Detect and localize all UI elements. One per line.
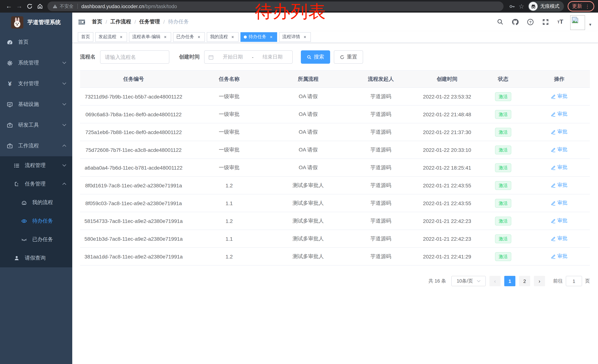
sidebar-item-process-mgmt[interactable]: 流程管理 — [0, 156, 72, 175]
page-button-1[interactable]: 1 — [504, 276, 515, 286]
security-warning-label: 不安全 — [60, 3, 74, 9]
tag-tab-2[interactable]: 流程表单-编辑× — [129, 32, 171, 42]
cell-process: OA 请假 — [271, 129, 345, 135]
tag-tab-4[interactable]: 我的流程× — [207, 32, 239, 42]
cell-initiator: 芋道源码 — [345, 218, 416, 224]
status-badge: 激活 — [495, 181, 511, 190]
sidebar-toggle-icon[interactable] — [78, 18, 86, 26]
calendar-icon — [208, 54, 214, 60]
browser-back-icon[interactable]: ← — [4, 1, 14, 11]
breadcrumb-home[interactable]: 首页 — [92, 18, 102, 25]
sidebar-item-system[interactable]: 系统管理 — [0, 53, 72, 73]
gear-icon — [7, 60, 13, 66]
date-range-picker[interactable]: 开始日期 - 结束日期 — [204, 50, 293, 64]
url-divider — [77, 4, 78, 9]
process-name-input-field[interactable] — [105, 54, 165, 60]
table-row: 580e1b3d-7ac8-11ec-a9e2-a2380e71991a1.1测… — [80, 230, 590, 248]
password-key-icon[interactable] — [509, 3, 515, 9]
tag-tab-3[interactable]: 已办任务× — [173, 32, 205, 42]
range-separator: - — [252, 54, 254, 60]
sidebar-item-task-mgmt[interactable]: 任务管理 — [0, 175, 72, 193]
dashboard-icon — [7, 39, 13, 45]
tag-tab-label: 流程表单-编辑 — [132, 34, 160, 40]
sidebar-item-workflow[interactable]: 工作流程 — [0, 136, 72, 156]
close-tab-icon[interactable]: × — [119, 34, 124, 40]
browser-home-icon[interactable] — [35, 1, 45, 11]
approve-link[interactable]: 审批 — [551, 93, 567, 100]
browser-forward-icon[interactable]: → — [14, 1, 25, 11]
next-page-button[interactable]: › — [534, 276, 545, 286]
cell-initiator: 芋道源码 — [345, 253, 416, 260]
browser-update-button[interactable]: 更新 ⋮ — [568, 1, 594, 11]
edit-pencil-icon — [551, 147, 556, 152]
page-size-select[interactable]: 10条/页 — [451, 276, 486, 286]
cell-task-name: 一级审批 — [187, 164, 271, 171]
sidebar-item-payment[interactable]: ¥ 支付管理 — [0, 73, 72, 94]
sidebar-item-infra[interactable]: 基础设施 — [0, 94, 72, 115]
security-warning[interactable]: 不安全 — [53, 3, 74, 9]
close-tab-icon[interactable]: × — [269, 34, 274, 40]
goto-page-input[interactable]: 1 — [566, 276, 582, 286]
tag-tab-0[interactable]: 首页 — [78, 32, 93, 42]
page-button-2[interactable]: 2 — [519, 276, 530, 286]
caret-down-icon[interactable]: ▼ — [588, 23, 592, 27]
tag-tab-1[interactable]: 发起流程× — [95, 32, 127, 42]
browser-reload-icon[interactable] — [25, 1, 35, 11]
approve-link[interactable]: 审批 — [551, 129, 567, 135]
start-date-placeholder[interactable]: 开始日期 — [217, 54, 249, 60]
cell-task-id: 069c6a63-7b8a-11ec-8ef0-acde48001122 — [80, 111, 187, 117]
approve-link[interactable]: 审批 — [551, 200, 567, 206]
sidebar-item-leave-query[interactable]: 请假查询 — [0, 249, 72, 267]
browser-menu-icon[interactable]: ⋮ — [585, 4, 590, 9]
column-header-status: 状态 — [478, 76, 529, 82]
fullscreen-icon[interactable] — [538, 13, 553, 31]
bookmark-star-icon[interactable]: ☆ — [519, 2, 524, 10]
font-size-icon[interactable]: TT — [553, 13, 567, 31]
sidebar-item-devtools[interactable]: 研发工具 — [0, 115, 72, 136]
close-tab-icon[interactable]: × — [196, 34, 201, 40]
approve-link[interactable]: 审批 — [551, 111, 567, 118]
chevron-down-icon — [62, 82, 66, 85]
sidebar-item-my-process[interactable]: 我的流程 — [0, 193, 72, 212]
approve-link[interactable]: 审批 — [551, 253, 567, 260]
sidebar-logo[interactable]: 芋道管理系统 — [0, 13, 72, 32]
tag-tab-6[interactable]: 流程详情× — [279, 32, 311, 42]
cell-status: 激活 — [478, 145, 529, 154]
cell-task-name: 一级审批 — [187, 146, 271, 153]
close-tab-icon[interactable]: × — [230, 34, 235, 40]
process-name-input[interactable] — [100, 50, 169, 64]
cell-create-time: 2022-01-21 22:42:23 — [416, 218, 478, 224]
breadcrumb-workflow[interactable]: 工作流程 — [110, 18, 131, 25]
end-date-placeholder[interactable]: 结束日期 — [256, 54, 289, 60]
sidebar-item-done-tasks[interactable]: 已办任务 — [0, 230, 72, 249]
close-tab-icon[interactable]: × — [163, 34, 168, 40]
breadcrumb-task-mgmt[interactable]: 任务管理 — [139, 18, 160, 25]
user-avatar[interactable]: ▼ — [570, 15, 592, 30]
tag-tab-5[interactable]: 待办任务× — [241, 32, 277, 42]
search-button[interactable]: 搜索 — [301, 50, 330, 64]
help-icon[interactable]: ? — [523, 13, 538, 31]
github-icon[interactable] — [507, 13, 523, 31]
cell-process: OA 请假 — [271, 146, 345, 153]
reset-button[interactable]: 重置 — [334, 50, 363, 64]
approve-link[interactable]: 审批 — [551, 146, 567, 153]
chevron-up-icon — [62, 145, 66, 147]
cell-initiator: 芋道源码 — [345, 146, 416, 153]
approve-link[interactable]: 审批 — [551, 218, 567, 224]
approve-link[interactable]: 审批 — [551, 235, 567, 242]
header-search-icon[interactable] — [493, 13, 507, 31]
tag-tab-label: 已办任务 — [176, 34, 194, 40]
approve-link[interactable]: 审批 — [551, 182, 567, 189]
cell-actions: 审批 — [529, 146, 590, 153]
sidebar-item-todo-tasks[interactable]: 待办任务 — [0, 212, 72, 230]
cell-initiator: 芋道源码 — [345, 235, 416, 242]
address-bar[interactable]: 不安全 dashboard.yudao.iocoder.cn/bpm/task/… — [47, 1, 504, 11]
user-icon — [13, 255, 20, 261]
cell-task-id: 8f0d1619-7ac8-11ec-a9e2-a2380e71991a — [80, 182, 187, 188]
prev-page-button[interactable]: ‹ — [490, 276, 500, 286]
close-tab-icon[interactable]: × — [302, 34, 307, 40]
approve-link[interactable]: 审批 — [551, 164, 567, 171]
sidebar-item-home[interactable]: 首页 — [0, 32, 72, 53]
cell-task-name: 1.2 — [187, 218, 271, 224]
face-icon — [21, 199, 27, 206]
